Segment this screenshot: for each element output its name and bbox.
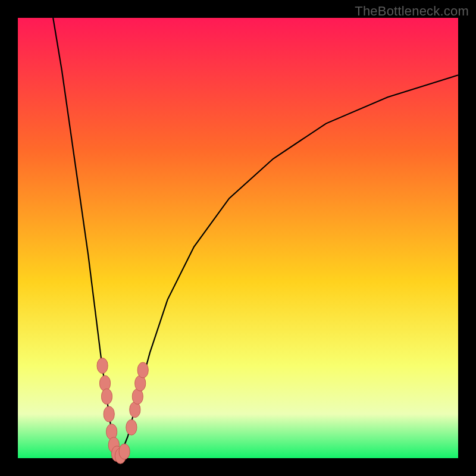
attribution-text: TheBottleneck.com <box>355 4 469 19</box>
data-marker <box>97 358 108 374</box>
data-marker <box>107 424 117 440</box>
data-marker <box>102 389 112 404</box>
plot-background <box>18 18 458 458</box>
chart-svg <box>0 0 476 476</box>
data-marker <box>126 419 137 435</box>
data-marker <box>119 444 130 459</box>
data-marker <box>104 406 114 422</box>
data-marker <box>100 375 111 391</box>
data-marker <box>137 362 148 378</box>
chart-card: TheBottleneck.com <box>0 0 476 476</box>
